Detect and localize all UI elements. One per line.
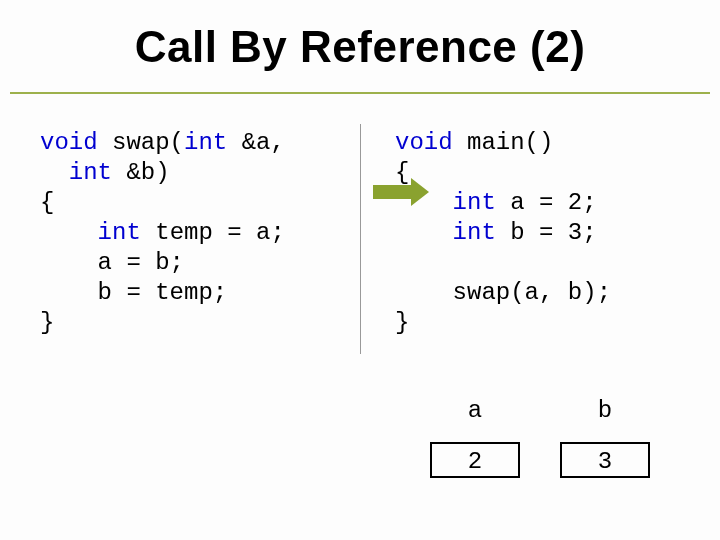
arrow-icon xyxy=(373,185,429,206)
variable-table: a b 2 3 xyxy=(430,390,650,480)
code-text: main() xyxy=(453,129,554,156)
keyword: int xyxy=(184,129,227,156)
keyword: int xyxy=(98,219,141,246)
code-text: b = temp; xyxy=(40,279,227,306)
code-text: temp = a; xyxy=(141,219,285,246)
table-value-b: 3 xyxy=(560,442,650,478)
code-text: swap( xyxy=(98,129,184,156)
column-divider xyxy=(360,124,361,354)
code-text: } xyxy=(395,309,409,336)
code-text: a = b; xyxy=(40,249,184,276)
table-header-row: a b xyxy=(430,390,650,430)
code-text xyxy=(395,219,453,246)
table-header-b: b xyxy=(560,397,650,424)
slide-title: Call By Reference (2) xyxy=(0,22,720,72)
code-text: &b) xyxy=(112,159,170,186)
code-text: { xyxy=(40,189,54,216)
code-text: } xyxy=(40,309,54,336)
keyword: void xyxy=(395,129,453,156)
code-block-main: void main() { int a = 2; int b = 3; swap… xyxy=(395,128,695,338)
table-value-row: 2 3 xyxy=(430,440,650,480)
title-underline xyxy=(10,92,710,94)
keyword: void xyxy=(40,129,98,156)
table-value-a: 2 xyxy=(430,442,520,478)
code-block-swap: void swap(int &a, int &b) { int temp = a… xyxy=(40,128,350,338)
code-text: { xyxy=(395,159,409,186)
table-header-a: a xyxy=(430,397,520,424)
code-text xyxy=(40,159,69,186)
code-text: &a, xyxy=(227,129,285,156)
code-text: swap(a, b); xyxy=(395,279,611,306)
keyword: int xyxy=(453,189,496,216)
keyword: int xyxy=(69,159,112,186)
code-text xyxy=(40,219,98,246)
code-text: a = 2; xyxy=(496,189,597,216)
code-text: b = 3; xyxy=(496,219,597,246)
keyword: int xyxy=(453,219,496,246)
